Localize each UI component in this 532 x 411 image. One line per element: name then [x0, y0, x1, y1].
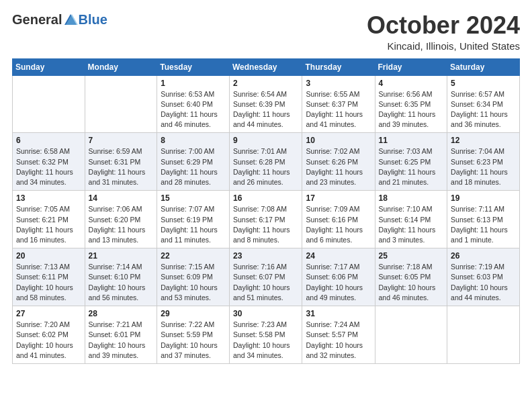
day-detail: Sunrise: 6:54 AMSunset: 6:39 PMDaylight:…	[233, 89, 299, 130]
day-number: 12	[451, 136, 516, 145]
day-number: 2	[233, 79, 299, 88]
day-detail: Sunrise: 7:00 AMSunset: 6:29 PMDaylight:…	[161, 146, 226, 187]
col-sunday: Sunday	[13, 58, 85, 75]
day-number: 26	[451, 251, 516, 261]
location: Kincaid, Illinois, United States	[367, 40, 520, 52]
day-number: 13	[16, 193, 81, 203]
calendar-cell: 19Sunrise: 7:11 AMSunset: 6:13 PMDayligh…	[447, 191, 520, 248]
day-detail: Sunrise: 7:11 AMSunset: 6:13 PMDaylight:…	[451, 204, 516, 245]
header: General Blue October 2024 Kincaid, Illin…	[12, 12, 520, 52]
logo-general-text: General	[12, 12, 62, 28]
day-number: 24	[306, 251, 371, 261]
day-detail: Sunrise: 6:57 AMSunset: 6:34 PMDaylight:…	[451, 89, 516, 130]
day-number: 9	[233, 136, 299, 145]
calendar-cell: 3Sunrise: 6:55 AMSunset: 6:37 PMDaylight…	[302, 75, 375, 133]
calendar-cell: 21Sunrise: 7:14 AMSunset: 6:10 PMDayligh…	[85, 248, 157, 306]
calendar-cell: 31Sunrise: 7:24 AMSunset: 5:57 PMDayligh…	[302, 306, 375, 364]
calendar-cell: 24Sunrise: 7:17 AMSunset: 6:06 PMDayligh…	[302, 248, 375, 306]
title-block: October 2024 Kincaid, Illinois, United S…	[367, 12, 520, 52]
calendar-cell: 25Sunrise: 7:18 AMSunset: 6:05 PMDayligh…	[375, 248, 447, 306]
day-number: 17	[306, 193, 371, 203]
day-detail: Sunrise: 7:06 AMSunset: 6:20 PMDaylight:…	[89, 204, 154, 245]
day-number: 11	[379, 136, 444, 145]
day-detail: Sunrise: 7:13 AMSunset: 6:11 PMDaylight:…	[16, 262, 81, 303]
day-number: 1	[161, 79, 226, 88]
day-detail: Sunrise: 7:05 AMSunset: 6:21 PMDaylight:…	[16, 204, 81, 245]
day-detail: Sunrise: 7:20 AMSunset: 6:02 PMDaylight:…	[16, 320, 81, 361]
day-detail: Sunrise: 7:04 AMSunset: 6:23 PMDaylight:…	[451, 146, 516, 187]
day-number: 5	[451, 79, 516, 88]
page: General Blue October 2024 Kincaid, Illin…	[0, 0, 532, 411]
calendar-cell: 5Sunrise: 6:57 AMSunset: 6:34 PMDaylight…	[447, 75, 520, 133]
day-detail: Sunrise: 7:01 AMSunset: 6:28 PMDaylight:…	[233, 146, 299, 187]
day-detail: Sunrise: 7:22 AMSunset: 5:59 PMDaylight:…	[161, 320, 226, 361]
day-detail: Sunrise: 7:07 AMSunset: 6:19 PMDaylight:…	[161, 204, 226, 245]
day-number: 3	[306, 79, 371, 88]
day-detail: Sunrise: 7:15 AMSunset: 6:09 PMDaylight:…	[161, 262, 226, 303]
calendar-cell: 15Sunrise: 7:07 AMSunset: 6:19 PMDayligh…	[157, 191, 230, 248]
day-number: 22	[161, 251, 226, 261]
calendar-week-row: 27Sunrise: 7:20 AMSunset: 6:02 PMDayligh…	[13, 306, 520, 364]
day-number: 21	[89, 251, 154, 261]
calendar-cell: 23Sunrise: 7:16 AMSunset: 6:07 PMDayligh…	[229, 248, 302, 306]
day-number: 27	[16, 309, 81, 318]
calendar-cell: 29Sunrise: 7:22 AMSunset: 5:59 PMDayligh…	[157, 306, 230, 364]
calendar-cell: 20Sunrise: 7:13 AMSunset: 6:11 PMDayligh…	[13, 248, 85, 306]
calendar-cell: 16Sunrise: 7:08 AMSunset: 6:17 PMDayligh…	[229, 191, 302, 248]
calendar-header-row: Sunday Monday Tuesday Wednesday Thursday…	[13, 58, 520, 75]
day-number: 7	[89, 136, 154, 145]
calendar-cell: 27Sunrise: 7:20 AMSunset: 6:02 PMDayligh…	[13, 306, 85, 364]
calendar-table: Sunday Monday Tuesday Wednesday Thursday…	[12, 58, 520, 364]
day-detail: Sunrise: 7:10 AMSunset: 6:14 PMDaylight:…	[379, 204, 444, 245]
calendar-cell: 22Sunrise: 7:15 AMSunset: 6:09 PMDayligh…	[157, 248, 230, 306]
day-number: 8	[161, 136, 226, 145]
day-number: 30	[233, 309, 299, 318]
calendar-cell: 30Sunrise: 7:23 AMSunset: 5:58 PMDayligh…	[229, 306, 302, 364]
day-number: 23	[233, 251, 299, 261]
calendar-cell: 17Sunrise: 7:09 AMSunset: 6:16 PMDayligh…	[302, 191, 375, 248]
col-friday: Friday	[375, 58, 447, 75]
calendar-cell: 6Sunrise: 6:58 AMSunset: 6:32 PMDaylight…	[13, 133, 85, 191]
calendar-cell: 4Sunrise: 6:56 AMSunset: 6:35 PMDaylight…	[375, 75, 447, 133]
day-detail: Sunrise: 7:17 AMSunset: 6:06 PMDaylight:…	[306, 262, 371, 303]
day-detail: Sunrise: 6:55 AMSunset: 6:37 PMDaylight:…	[306, 89, 371, 130]
day-number: 20	[16, 251, 81, 261]
day-detail: Sunrise: 7:02 AMSunset: 6:26 PMDaylight:…	[306, 146, 371, 187]
day-detail: Sunrise: 7:24 AMSunset: 5:57 PMDaylight:…	[306, 320, 371, 361]
day-detail: Sunrise: 7:19 AMSunset: 6:03 PMDaylight:…	[451, 262, 516, 303]
day-number: 31	[306, 309, 371, 318]
col-thursday: Thursday	[302, 58, 375, 75]
col-saturday: Saturday	[447, 58, 520, 75]
logo-icon	[63, 13, 78, 28]
day-number: 29	[161, 309, 226, 318]
day-number: 28	[89, 309, 154, 318]
col-monday: Monday	[85, 58, 157, 75]
calendar-cell	[447, 306, 520, 364]
day-detail: Sunrise: 7:08 AMSunset: 6:17 PMDaylight:…	[233, 204, 299, 245]
col-tuesday: Tuesday	[157, 58, 230, 75]
day-number: 10	[306, 136, 371, 145]
calendar-cell: 10Sunrise: 7:02 AMSunset: 6:26 PMDayligh…	[302, 133, 375, 191]
calendar-cell	[85, 75, 157, 133]
day-number: 14	[89, 193, 154, 203]
logo: General Blue	[12, 12, 107, 28]
calendar-week-row: 6Sunrise: 6:58 AMSunset: 6:32 PMDaylight…	[13, 133, 520, 191]
day-number: 25	[379, 251, 444, 261]
day-number: 19	[451, 193, 516, 203]
calendar-cell: 7Sunrise: 6:59 AMSunset: 6:31 PMDaylight…	[85, 133, 157, 191]
logo-blue-text: Blue	[78, 12, 107, 28]
day-number: 4	[379, 79, 444, 88]
day-detail: Sunrise: 7:21 AMSunset: 6:01 PMDaylight:…	[89, 320, 154, 361]
day-detail: Sunrise: 6:53 AMSunset: 6:40 PMDaylight:…	[161, 89, 226, 130]
day-number: 6	[16, 136, 81, 145]
calendar-cell: 9Sunrise: 7:01 AMSunset: 6:28 PMDaylight…	[229, 133, 302, 191]
day-detail: Sunrise: 7:09 AMSunset: 6:16 PMDaylight:…	[306, 204, 371, 245]
calendar-cell: 18Sunrise: 7:10 AMSunset: 6:14 PMDayligh…	[375, 191, 447, 248]
col-wednesday: Wednesday	[229, 58, 302, 75]
calendar-week-row: 13Sunrise: 7:05 AMSunset: 6:21 PMDayligh…	[13, 191, 520, 248]
calendar-cell	[375, 306, 447, 364]
day-detail: Sunrise: 7:03 AMSunset: 6:25 PMDaylight:…	[379, 146, 444, 187]
calendar-cell: 28Sunrise: 7:21 AMSunset: 6:01 PMDayligh…	[85, 306, 157, 364]
day-number: 16	[233, 193, 299, 203]
calendar-cell: 14Sunrise: 7:06 AMSunset: 6:20 PMDayligh…	[85, 191, 157, 248]
